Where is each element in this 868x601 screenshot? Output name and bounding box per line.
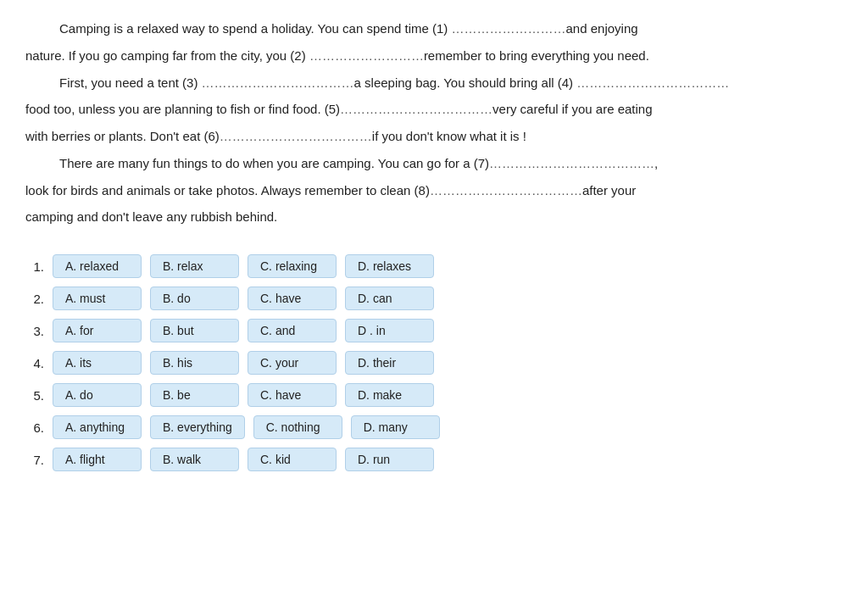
passage: Camping is a relaxed way to spend a holi… — [25, 17, 843, 229]
option-6a[interactable]: A. anything — [53, 415, 142, 439]
question-row-1: 1.A. relaxedB. relaxC. relaxingD. relaxe… — [25, 254, 843, 278]
option-1b[interactable]: B. relax — [150, 254, 239, 278]
question-row-2: 2.A. mustB. doC. haveD. can — [25, 287, 843, 310]
option-2b[interactable]: B. do — [150, 287, 239, 310]
option-7c[interactable]: C. kid — [248, 448, 337, 471]
option-5d[interactable]: D. make — [345, 383, 434, 407]
passage-paragraph2: First, you need a tent (3) ………………………………a… — [25, 71, 843, 95]
option-1d[interactable]: D. relaxes — [345, 254, 434, 278]
option-5b[interactable]: B. be — [150, 383, 239, 407]
question-row-3: 3.A. forB. butC. andD . in — [25, 319, 843, 342]
passage-paragraph1-cont: nature. If you go camping far from the c… — [25, 44, 843, 68]
question-number-2: 2. — [25, 292, 44, 306]
option-6d[interactable]: D. many — [351, 415, 440, 439]
option-5a[interactable]: A. do — [53, 383, 142, 407]
option-1c[interactable]: C. relaxing — [248, 254, 337, 278]
question-row-6: 6.A. anythingB. everythingC. nothingD. m… — [25, 415, 843, 439]
option-4b[interactable]: B. his — [150, 351, 239, 375]
option-2c[interactable]: C. have — [248, 287, 337, 310]
questions-section: 1.A. relaxedB. relaxC. relaxingD. relaxe… — [25, 254, 843, 471]
question-row-7: 7.A. flightB. walkC. kidD. run — [25, 448, 843, 471]
passage-paragraph1: Camping is a relaxed way to spend a holi… — [25, 17, 843, 41]
passage-paragraph2-cont2: with berries or plants. Don't eat (6)………… — [25, 125, 843, 148]
option-3b[interactable]: B. but — [150, 319, 239, 342]
passage-paragraph2-cont: food too, unless you are planning to fis… — [25, 97, 843, 121]
option-3d[interactable]: D . in — [345, 319, 434, 342]
option-7a[interactable]: A. flight — [53, 448, 142, 471]
question-number-5: 5. — [25, 388, 44, 403]
question-row-5: 5.A. doB. beC. haveD. make — [25, 383, 843, 407]
question-number-6: 6. — [25, 420, 44, 435]
option-7b[interactable]: B. walk — [150, 448, 239, 471]
passage-paragraph3: There are many fun things to do when you… — [25, 152, 843, 175]
option-4c[interactable]: C. your — [248, 351, 337, 375]
question-number-1: 1. — [25, 259, 44, 274]
passage-paragraph3-cont2: camping and don't leave any rubbish behi… — [25, 205, 843, 229]
question-number-4: 4. — [25, 356, 44, 370]
option-6b[interactable]: B. everything — [150, 415, 245, 439]
question-number-7: 7. — [25, 453, 44, 467]
option-2a[interactable]: A. must — [53, 287, 142, 310]
question-number-3: 3. — [25, 324, 44, 338]
option-3a[interactable]: A. for — [53, 319, 142, 342]
option-2d[interactable]: D. can — [345, 287, 434, 310]
option-4a[interactable]: A. its — [53, 351, 142, 375]
option-5c[interactable]: C. have — [248, 383, 337, 407]
option-4d[interactable]: D. their — [345, 351, 434, 375]
option-1a[interactable]: A. relaxed — [53, 254, 142, 278]
option-7d[interactable]: D. run — [345, 448, 434, 471]
option-6c[interactable]: C. nothing — [253, 415, 342, 439]
option-3c[interactable]: C. and — [248, 319, 337, 342]
question-row-4: 4.A. itsB. hisC. yourD. their — [25, 351, 843, 375]
passage-paragraph3-cont: look for birds and animals or take photo… — [25, 179, 843, 203]
